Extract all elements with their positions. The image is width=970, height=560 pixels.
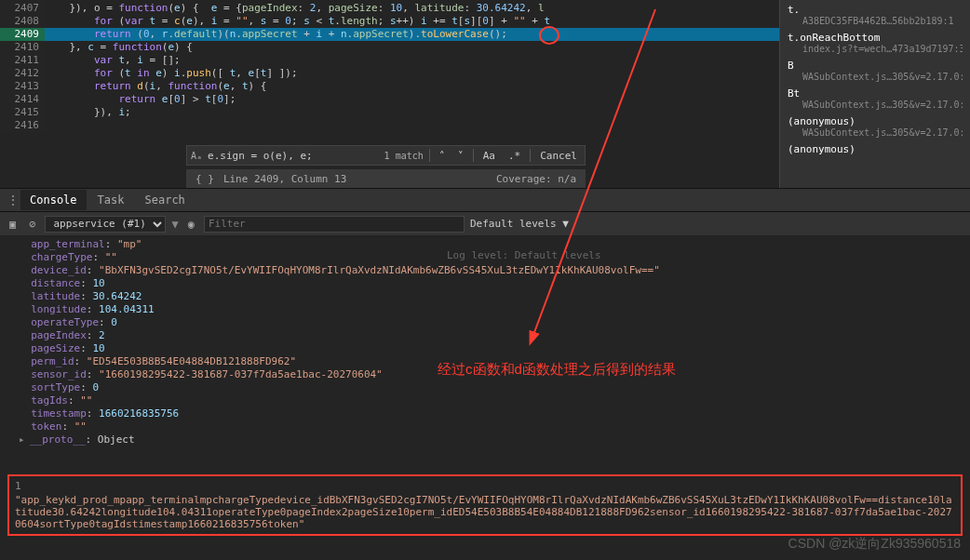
coverage-label: Coverage: n/a: [496, 173, 576, 185]
line-number[interactable]: 2411: [0, 54, 45, 67]
result-index: 1: [15, 480, 955, 492]
filter-input[interactable]: [204, 216, 465, 233]
code-line[interactable]: [45, 119, 779, 132]
context-select[interactable]: appservice (#1): [45, 216, 166, 233]
code-content[interactable]: }), o = function(e) { e = {pageIndex: 2,…: [45, 0, 779, 132]
console-proto[interactable]: ▸__proto__: Object: [19, 433, 951, 447]
find-case-toggle[interactable]: Aa: [479, 150, 499, 162]
code-line[interactable]: }, c = function(e) {: [45, 41, 779, 54]
braces-icon[interactable]: { }: [195, 173, 214, 185]
line-number[interactable]: 2407: [0, 2, 45, 15]
find-match-count: 1 match: [384, 151, 424, 161]
find-cancel-button[interactable]: Cancel: [536, 150, 581, 162]
code-line[interactable]: return d(i, function(e, t) {: [45, 80, 779, 93]
console-property[interactable]: longitude: 104.04311: [19, 303, 951, 316]
code-line[interactable]: }), o = function(e) { e = {pageIndex: 2,…: [45, 2, 779, 15]
callstack-frame[interactable]: BtWASubContext.js…305&v=2.17.0:2: [788, 87, 963, 110]
callstack-frame[interactable]: t.onReachBottomindex.js?t=wech…473a19d71…: [788, 32, 963, 54]
find-prev-button[interactable]: ˄: [436, 150, 449, 162]
drawer-tabs: ⋮ Console Task Search: [0, 188, 970, 212]
console-property[interactable]: timestamp: 1660216835756: [19, 407, 951, 420]
code-line[interactable]: for (t in e) i.push([ t, e[t] ]);: [45, 67, 779, 80]
line-number[interactable]: 2410: [0, 41, 45, 54]
watermark: CSDN @zk逆向Zk935960518: [788, 536, 961, 553]
callstack-frame[interactable]: (anonymous)WASubContext.js…305&v=2.17.0:…: [788, 115, 963, 138]
code-line[interactable]: }), i;: [45, 106, 779, 119]
sidebar-toggle-icon[interactable]: ▣: [6, 218, 20, 231]
callstack-frame[interactable]: (anonymous): [788, 143, 963, 155]
annotation-text: 经过c函数和d函数处理之后得到的结果: [438, 361, 676, 379]
code-line[interactable]: var t, i = [];: [45, 54, 779, 67]
console-property[interactable]: pageSize: 10: [19, 342, 951, 355]
code-line[interactable]: return (0, r.default)(n.appSecret + i + …: [45, 28, 779, 41]
drawer-menu-icon[interactable]: ⋮: [7, 193, 19, 207]
tab-task[interactable]: Task: [88, 190, 134, 210]
result-text: "app_keykd_prod_mpapp_terminalmpchargeTy…: [15, 494, 952, 530]
line-number[interactable]: 2415: [0, 106, 45, 119]
clear-console-icon[interactable]: ⊘: [25, 218, 39, 231]
console-property[interactable]: operateType: 0: [19, 316, 951, 329]
tab-console[interactable]: Console: [20, 190, 87, 210]
console-property[interactable]: distance: 10: [19, 277, 951, 290]
result-box: 1 "app_keykd_prod_mpapp_terminalmpcharge…: [7, 474, 963, 536]
find-regex-toggle[interactable]: .*: [505, 150, 524, 162]
console-property[interactable]: pageIndex: 2: [19, 329, 951, 342]
cursor-position: Line 2409, Column 13: [223, 173, 346, 185]
find-next-button[interactable]: ˅: [454, 150, 467, 162]
code-editor[interactable]: 2407240824092410241124122413241424152416…: [0, 0, 779, 188]
callstack-panel[interactable]: t.A38EDC35FB4462B…56bb2b189:1t.onReachBo…: [779, 0, 970, 188]
find-bar: Aₐ 1 match ˄ ˅ Aa .* Cancel: [186, 145, 586, 166]
code-line[interactable]: return e[0] > t[0];: [45, 93, 779, 106]
editor-statusbar: { } Line 2409, Column 13 Coverage: n/a: [186, 169, 586, 188]
callstack-frame[interactable]: t.A38EDC35FB4462B…56bb2b189:1: [788, 4, 963, 26]
find-input[interactable]: [208, 150, 379, 162]
levels-select[interactable]: Default levels ▼: [470, 218, 569, 230]
console-property[interactable]: sortType: 0: [19, 381, 951, 394]
line-number[interactable]: 2409: [0, 28, 45, 41]
line-number[interactable]: 2412: [0, 67, 45, 80]
console-output[interactable]: Log level: Default levels app_terminal: …: [0, 236, 970, 469]
line-gutter: 2407240824092410241124122413241424152416: [0, 0, 45, 132]
console-property[interactable]: device_id: "BbXFN3gvSED2cgI7NO5t/EvYWIIF…: [19, 264, 951, 277]
code-line[interactable]: for (var t = c(e), i = "", s = 0; s < t.…: [45, 15, 779, 28]
console-property[interactable]: latitude: 30.64242: [19, 290, 951, 303]
console-property[interactable]: token: "": [19, 420, 951, 433]
case-icon[interactable]: Aₐ: [191, 151, 202, 161]
line-number[interactable]: 2408: [0, 15, 45, 28]
console-toolbar: ▣ ⊘ appservice (#1) ▼ ◉ Default levels ▼: [0, 212, 970, 236]
line-number[interactable]: 2416: [0, 119, 45, 132]
line-number[interactable]: 2414: [0, 93, 45, 106]
tab-search[interactable]: Search: [135, 190, 194, 210]
log-level-hint: Log level: Default levels: [447, 249, 601, 261]
callstack-frame[interactable]: BWASubContext.js…305&v=2.17.0:2: [788, 60, 963, 82]
line-number[interactable]: 2413: [0, 80, 45, 93]
console-property[interactable]: tagIds: "": [19, 394, 951, 407]
eye-icon[interactable]: ◉: [184, 218, 198, 231]
